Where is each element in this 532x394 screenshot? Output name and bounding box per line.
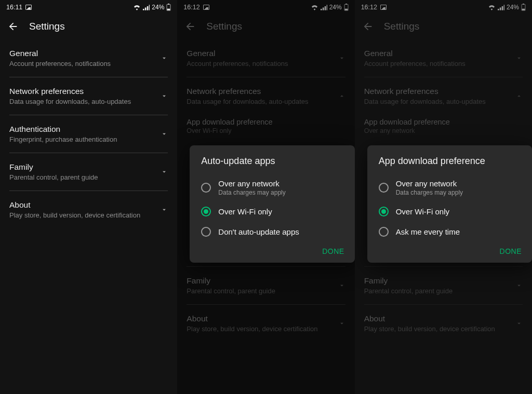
row-title: Authentication <box>9 125 155 134</box>
divider <box>9 153 168 153</box>
screen-3: 16:12 24% Settings General Account prefe… <box>355 0 532 394</box>
chevron-down-icon <box>161 206 168 213</box>
divider <box>9 115 168 115</box>
row-subtitle: Account preferences, notifications <box>9 60 155 67</box>
status-bar: 16:11 24% <box>0 0 177 15</box>
chevron-down-icon <box>161 55 168 62</box>
option-any-network[interactable]: Over any network Data charges may apply <box>367 174 532 201</box>
option-label: Ask me every time <box>396 227 460 236</box>
option-ask-every-time[interactable]: Ask me every time <box>367 222 532 242</box>
dialog-title: Auto-update apps <box>190 156 354 174</box>
battery-icon <box>166 4 171 11</box>
clock: 16:11 <box>6 4 22 11</box>
row-title: General <box>9 49 155 58</box>
row-family[interactable]: Family Parental control, parent guide <box>0 155 177 188</box>
radio-icon <box>379 183 389 193</box>
dialog-title: App download preference <box>367 156 532 174</box>
done-button[interactable]: DONE <box>500 247 522 255</box>
option-label: Over any network <box>218 179 285 188</box>
app-bar: Settings <box>0 15 177 42</box>
row-title: Network preferences <box>9 87 155 96</box>
radio-icon <box>379 227 389 237</box>
back-button[interactable] <box>7 21 19 32</box>
row-title: About <box>9 200 155 210</box>
option-sublabel: Data charges may apply <box>396 189 463 196</box>
dialog-app-download-preference: App download preference Over any network… <box>367 145 532 263</box>
row-general[interactable]: General Account preferences, notificatio… <box>0 42 177 75</box>
option-any-network[interactable]: Over any network Data charges may apply <box>190 174 354 201</box>
divider <box>9 77 168 77</box>
radio-icon <box>201 227 211 237</box>
screen-1: 16:11 24% Settings General Account prefe… <box>0 0 177 394</box>
option-label: Over any network <box>396 179 463 188</box>
option-wifi-only[interactable]: Over Wi-Fi only <box>367 201 532 222</box>
row-subtitle: Data usage for downloads, auto-updates <box>9 98 155 105</box>
chevron-down-icon <box>161 92 168 100</box>
wifi-icon <box>133 5 141 10</box>
row-subtitle: Parental control, parent guide <box>9 173 155 181</box>
row-about[interactable]: About Play store, build version, device … <box>0 193 177 226</box>
option-wifi-only[interactable]: Over Wi-Fi only <box>190 201 354 222</box>
chevron-down-icon <box>161 168 168 175</box>
svg-rect-2 <box>167 9 170 10</box>
divider <box>9 191 168 191</box>
option-sublabel: Data charges may apply <box>218 189 285 196</box>
chevron-down-icon <box>161 130 168 138</box>
row-network[interactable]: Network preferences Data usage for downl… <box>0 79 177 113</box>
row-title: Family <box>9 162 155 172</box>
row-authentication[interactable]: Authentication Fingerprint, purchase aut… <box>0 117 177 151</box>
dialog-auto-update-apps: Auto-update apps Over any network Data c… <box>190 145 354 263</box>
option-label: Over Wi-Fi only <box>396 207 449 216</box>
page-title: Settings <box>29 21 65 32</box>
signal-icon <box>143 5 150 10</box>
option-label: Don't auto-update apps <box>218 227 299 236</box>
radio-icon-selected <box>379 207 389 216</box>
screen-2: 16:12 24% Settings General Account prefe… <box>177 0 354 394</box>
svg-rect-1 <box>168 4 169 4</box>
done-button[interactable]: DONE <box>322 247 344 255</box>
option-label: Over Wi-Fi only <box>218 207 272 216</box>
row-subtitle: Play store, build version, device certif… <box>9 211 155 219</box>
option-dont-auto-update[interactable]: Don't auto-update apps <box>190 222 354 242</box>
radio-icon-selected <box>201 207 211 216</box>
row-subtitle: Fingerprint, purchase authentication <box>9 135 155 143</box>
image-icon <box>25 5 32 10</box>
settings-list: General Account preferences, notificatio… <box>0 42 177 226</box>
battery-pct: 24% <box>152 4 164 11</box>
radio-icon <box>201 183 211 193</box>
